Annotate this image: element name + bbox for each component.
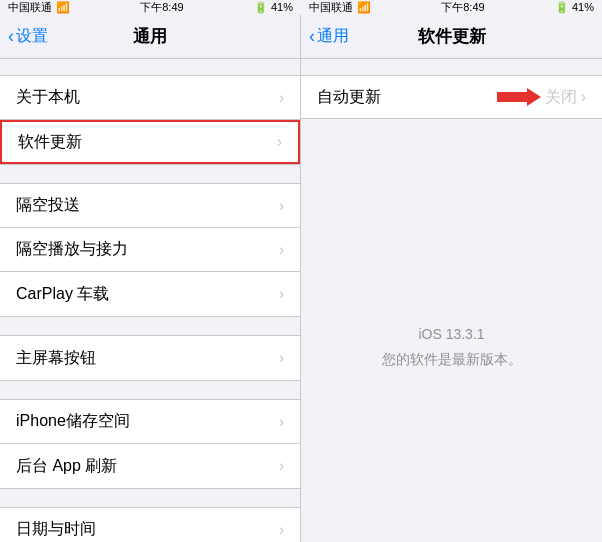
row-about-chevron: ›	[279, 89, 284, 107]
wifi-icon-right: 📶	[357, 1, 371, 14]
row-airplay-label: 隔空播放与接力	[16, 239, 275, 260]
auto-update-value-group: 关闭 ›	[497, 86, 586, 108]
row-airdrop[interactable]: 隔空投送 ›	[0, 184, 300, 228]
row-carplay-label: CarPlay 车载	[16, 284, 275, 305]
row-background-refresh-label: 后台 App 刷新	[16, 456, 275, 477]
right-nav-title: 软件更新	[311, 25, 592, 48]
row-home-button-label: 主屏幕按钮	[16, 348, 275, 369]
left-nav-back[interactable]: ‹ 设置	[8, 26, 48, 47]
right-content: 自动更新 关闭 › iOS 13.3.1 您的软件是最新版本。	[301, 59, 602, 542]
settings-group-3: 主屏幕按钮 ›	[0, 335, 300, 381]
row-airplay[interactable]: 隔空播放与接力 ›	[0, 228, 300, 272]
right-panel: ‹ 通用 软件更新 自动更新 关闭 ›	[301, 15, 602, 542]
settings-list: 关于本机 › 软件更新 › 隔空投送 › 隔空播放与接力 ›	[0, 59, 300, 542]
battery-left: 🔋 41%	[254, 1, 293, 14]
row-storage[interactable]: iPhone储存空间 ›	[0, 400, 300, 444]
carrier-left: 中国联通	[8, 0, 52, 15]
row-airplay-chevron: ›	[279, 241, 284, 259]
row-background-refresh[interactable]: 后台 App 刷新 ›	[0, 444, 300, 488]
row-airdrop-chevron: ›	[279, 197, 284, 215]
row-home-button-chevron: ›	[279, 349, 284, 367]
wifi-icon-left: 📶	[56, 1, 70, 14]
left-panel: ‹ 设置 通用 关于本机 › 软件更新 › 隔空投送	[0, 15, 301, 542]
arrow-annotation-icon	[497, 86, 541, 108]
left-nav-bar: ‹ 设置 通用	[0, 15, 300, 59]
row-datetime-chevron: ›	[279, 521, 284, 539]
settings-group-1: 关于本机 › 软件更新 ›	[0, 75, 300, 165]
auto-update-row[interactable]: 自动更新 关闭 ›	[301, 75, 602, 119]
right-nav-back-label: 通用	[317, 26, 349, 47]
status-bar-left: 中国联通 📶 下午8:49 🔋 41%	[0, 0, 301, 15]
left-nav-title: 通用	[133, 25, 167, 48]
ios-version-status: 您的软件是最新版本。	[382, 347, 522, 372]
settings-group-2: 隔空投送 › 隔空播放与接力 › CarPlay 车载 ›	[0, 183, 300, 317]
row-home-button[interactable]: 主屏幕按钮 ›	[0, 336, 300, 380]
panels-container: ‹ 设置 通用 关于本机 › 软件更新 › 隔空投送	[0, 15, 602, 542]
back-chevron-icon: ‹	[8, 26, 14, 47]
row-software-update-chevron: ›	[277, 133, 282, 151]
status-bar-left-group: 中国联通 📶	[8, 0, 70, 15]
status-bar-right-group: 中国联通 📶	[309, 0, 371, 15]
right-nav-back[interactable]: ‹ 通用	[309, 26, 349, 47]
row-datetime[interactable]: 日期与时间 ›	[0, 508, 300, 542]
svg-marker-0	[497, 88, 541, 106]
right-nav-bar: ‹ 通用 软件更新	[301, 15, 602, 59]
row-storage-label: iPhone储存空间	[16, 411, 275, 432]
time-right: 下午8:49	[441, 0, 484, 15]
battery-percent-right: 🔋 41%	[555, 1, 594, 14]
row-software-update-label: 软件更新	[18, 132, 273, 153]
settings-group-4: iPhone储存空间 › 后台 App 刷新 ›	[0, 399, 300, 489]
left-nav-back-label: 设置	[16, 26, 48, 47]
ios-version-info: iOS 13.3.1 您的软件是最新版本。	[382, 322, 522, 372]
row-carplay-chevron: ›	[279, 285, 284, 303]
row-about[interactable]: 关于本机 ›	[0, 76, 300, 120]
ios-version-number: iOS 13.3.1	[382, 322, 522, 347]
ios-version-area: iOS 13.3.1 您的软件是最新版本。	[301, 119, 602, 542]
auto-update-value: 关闭	[545, 87, 577, 108]
auto-update-chevron: ›	[581, 88, 586, 106]
status-bar-right: 中国联通 📶 下午8:49 🔋 41%	[301, 0, 602, 15]
row-software-update[interactable]: 软件更新 ›	[0, 120, 300, 164]
row-about-label: 关于本机	[16, 87, 275, 108]
right-back-chevron-icon: ‹	[309, 26, 315, 47]
status-bar: 中国联通 📶 下午8:49 🔋 41% 中国联通 📶 下午8:49 🔋 41%	[0, 0, 602, 15]
time-left: 下午8:49	[140, 0, 183, 15]
row-carplay[interactable]: CarPlay 车载 ›	[0, 272, 300, 316]
row-airdrop-label: 隔空投送	[16, 195, 275, 216]
carrier-right: 中国联通	[309, 0, 353, 15]
battery-percent-left: 🔋 41%	[254, 1, 293, 14]
row-datetime-label: 日期与时间	[16, 519, 275, 540]
battery-right: 🔋 41%	[555, 1, 594, 14]
row-storage-chevron: ›	[279, 413, 284, 431]
auto-update-label: 自动更新	[317, 87, 497, 108]
settings-group-5: 日期与时间 › 键盘 ›	[0, 507, 300, 542]
row-background-refresh-chevron: ›	[279, 457, 284, 475]
